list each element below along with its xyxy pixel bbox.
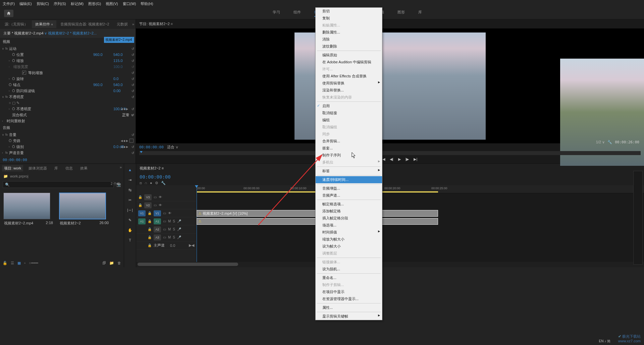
track-select-tool[interactable]: ⇥ [127,177,133,183]
ctx-item[interactable]: 重命名... [316,274,382,281]
tab-project[interactable]: 项目: work [2,165,23,171]
ctx-item[interactable]: 波纹删除 [316,43,382,50]
sequence-item[interactable]: 视频素材2~226:00 [59,193,109,227]
track-area[interactable]: ;00:00 00:00:05:00 00:00:10:00 00:00:15:… [197,185,644,262]
clip-item[interactable]: 视频素材2~2.mp42:18 [3,193,54,227]
a1-source[interactable]: A1 [138,218,146,224]
tab-media-browser[interactable]: 媒体浏览器 [26,165,49,171]
ws-library[interactable]: 库 [418,10,422,17]
ctx-item[interactable]: 启用✓ [316,102,382,110]
icon-view-icon[interactable]: ▦ [17,261,21,265]
ctx-item[interactable]: 使用 After Effects 合成替换 [316,73,382,80]
panel-overflow-icon[interactable]: » [120,165,122,171]
type-tool[interactable]: T [127,237,133,244]
step-back-btn[interactable]: ◀| [390,157,393,161]
ctx-item[interactable]: 编组 [316,117,382,124]
slip-tool[interactable]: |↔| [127,207,133,213]
tab-effect-controls[interactable]: 效果控件≡ [32,20,56,28]
ctx-item[interactable]: 速度/持续时间... [316,176,382,183]
settings-icon[interactable]: ⚙ [155,181,158,185]
razor-tool[interactable]: ✂ [127,197,133,203]
tab-audio-mixer[interactable]: 音频剪辑混合器: 视频素材2~2 [57,20,113,28]
ctx-item[interactable]: 帧定格选项... [316,201,382,208]
playhead-icon[interactable] [140,151,143,153]
ctx-item[interactable]: 音频声道... [316,192,382,199]
v2-target[interactable]: V2 [144,202,152,208]
pen-tool[interactable]: ✎ [127,217,133,223]
list-view-icon[interactable]: ☰ [11,261,14,265]
ctx-item[interactable]: 嵌套... [316,145,382,152]
remap-label[interactable]: 时间重映射 [7,119,133,124]
mic-icon[interactable]: 🎤 [177,219,181,223]
menu-edit[interactable]: 编辑(E) [19,1,32,6]
bypass-checkbox[interactable] [129,139,133,143]
v1-target[interactable]: V1 [154,210,161,216]
ctx-item[interactable]: 制作子序列 [316,152,382,159]
ctx-item[interactable]: 合并剪辑... [316,138,382,145]
freeform-view-icon[interactable]: ▫ [24,261,25,265]
new-item-icon[interactable]: 🗐 [102,261,106,265]
opacity-label[interactable]: 不透明度 [9,94,133,99]
zoom-dropdown[interactable]: 1/2 ∨ [596,140,605,144]
menu-graphics[interactable]: 图形(G) [88,1,101,6]
snap-icon[interactable]: ⧈ [140,181,142,185]
flicker-val[interactable]: 0.00 [113,89,133,93]
step-fwd-btn[interactable]: |▶ [406,157,409,161]
ctx-item[interactable]: 场选项... [316,222,382,229]
play-btn[interactable]: ▶ [398,157,401,161]
ctx-item[interactable]: 清除 [316,36,382,43]
panel-menu-icon[interactable]: ≡ [51,23,53,26]
project-search-input[interactable] [3,181,114,188]
new-bin-icon[interactable]: 📁 [109,261,114,265]
ctx-item[interactable]: 缩放为帧大小 [316,236,382,243]
a1-target[interactable]: A1 [154,218,161,224]
fit-dropdown[interactable]: 适合 ∨ [167,145,178,150]
sequence-link[interactable]: 视频素材2~2 * 视频素材2~2... [48,31,97,35]
linked-sel-icon[interactable]: ∩ [145,181,147,185]
selection-tool[interactable]: ▲ [127,166,133,173]
volume-label[interactable]: 音量 [9,132,133,137]
menu-view[interactable]: 视图(V) [106,1,118,6]
ctx-item[interactable]: 编辑原始 [316,52,382,59]
lock-icon[interactable]: 🔒 [138,195,142,199]
tab-source[interactable]: 源:（无剪辑） [1,20,31,28]
ctx-item[interactable]: 在 Adobe Audition 中编辑剪辑 [316,59,382,66]
blend-dropdown[interactable]: 正常 [122,113,129,118]
ctx-item[interactable]: 在资源管理器中显示... [316,295,382,302]
ctx-item[interactable]: 音频增益... [316,185,382,192]
effect-timeline-clip[interactable]: 视频素材2~2.mp4 [104,37,134,43]
program-viewport[interactable] [136,28,644,143]
motion-label[interactable]: 运动 [9,46,133,51]
ctx-item[interactable]: 取消链接 [316,110,382,117]
ctx-item[interactable]: 在项目中显示 [316,288,382,295]
panel-overflow-icon[interactable]: » [132,22,134,26]
anchor-x[interactable]: 960.0 [93,83,113,87]
sequence-thumb[interactable] [59,193,106,219]
ctx-item[interactable]: 添加帧定格 [316,208,382,215]
a2-target[interactable]: A2 [154,226,161,232]
ctx-item[interactable]: 显示剪辑关键帧▶ [316,313,382,320]
menu-marker[interactable]: 标记(M) [71,1,84,6]
ctx-item[interactable]: 设为帧大小 [316,243,382,250]
sequence-tab[interactable]: 视频素材2~2 ≡ [140,166,164,171]
ctx-item[interactable]: 属性... [316,304,382,311]
marker-add-icon[interactable]: ● [150,181,152,185]
tab-metadata[interactable]: 元数据 [113,20,131,28]
program-tc[interactable]: 00:00:00:00 [139,145,164,149]
eye-icon[interactable]: 👁 [159,195,162,199]
menu-help[interactable]: 帮助(H) [141,1,153,6]
menu-clip[interactable]: 剪辑(C) [37,1,49,6]
ctx-item[interactable]: 删除属性... [316,29,382,36]
ctx-item[interactable]: 剪切 [316,8,382,15]
ripple-tool[interactable]: ⇆ [127,187,133,193]
tab-libraries[interactable]: 库 [52,165,60,171]
timeline-ruler[interactable]: ;00:00 00:00:05:00 00:00:10:00 00:00:15:… [197,185,644,193]
ws-assembly[interactable]: 组件 [293,10,301,17]
ctx-item[interactable]: 复制 [316,15,382,22]
clip-thumb[interactable] [3,193,50,219]
tab-effects[interactable]: 效果 [78,165,90,171]
pos-x[interactable]: 960.0 [93,53,113,57]
ctx-item[interactable]: 设为脱机... [316,266,382,273]
tab-info[interactable]: 信息 [63,165,75,171]
home-icon[interactable] [4,10,13,17]
